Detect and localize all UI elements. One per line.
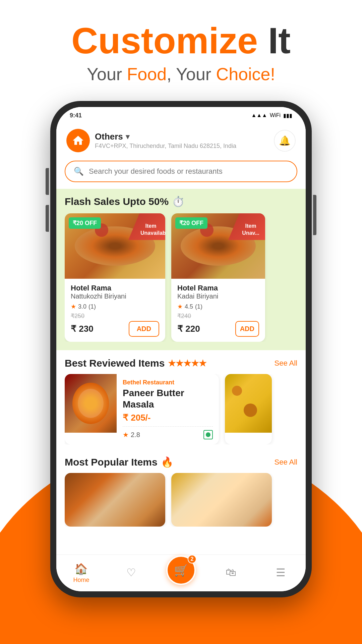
page-subtitle: Your Food, Your Choice! — [20, 64, 342, 84]
restaurant-name-1: Hotel Rama — [71, 284, 159, 292]
reviewed-rating: ★ 2.8 — [123, 430, 213, 439]
search-icon: 🔍 — [74, 167, 84, 176]
food-name-1: Nattukozhi Biriyani — [71, 292, 159, 300]
nav-menu[interactable]: ☰ — [256, 566, 306, 580]
cart-fab-icon: 🛒 — [174, 564, 188, 577]
notification-bell-button[interactable]: 🔔 — [274, 130, 296, 152]
flash-card-2-image: ₹20 OFF ItemUnav... — [171, 213, 265, 279]
add-button-2[interactable]: ADD — [235, 321, 259, 337]
fried-food-image — [225, 374, 272, 433]
title-it: It — [268, 20, 291, 61]
discount-badge-1: ₹20 OFF — [69, 217, 101, 229]
rating-row-1: ★ 3.0 (1) — [71, 303, 159, 310]
top-navigation: Others ▾ F4VC+RPX, Thiruchendur, Tamil N… — [56, 124, 306, 157]
home-nav-icon: 🏠 — [74, 562, 88, 575]
original-price-2: ₹240 — [177, 312, 259, 320]
pasta-image — [171, 473, 272, 527]
flash-card-1-image: ₹20 OFF ItemUnavailable — [65, 213, 165, 279]
reviewed-card-2[interactable] — [225, 374, 272, 444]
heart-nav-icon: ♡ — [126, 566, 136, 579]
flash-sales-title: Flash Sales Upto 50% ⏱️ — [65, 196, 297, 207]
popular-cards — [65, 473, 297, 527]
paneer-butter-masala-image — [65, 374, 117, 433]
reviewed-star-icon: ★ — [123, 431, 129, 439]
add-button-1[interactable]: ADD — [129, 321, 159, 337]
most-popular-section: Most Popular Items 🔥 See All — [56, 449, 306, 532]
nav-home[interactable]: 🏠 Home — [56, 562, 106, 584]
subtitle-choice: Choice! — [216, 64, 275, 84]
current-price-1: ₹ 230 — [71, 324, 94, 334]
volume-up-button — [46, 168, 49, 195]
wifi-icon: WiFi — [270, 112, 281, 118]
reviewed-restaurant-label: Bethel Restaurant — [123, 379, 213, 386]
reviewed-card-1[interactable]: Bethel Restaurant Paneer Butter Masala ₹… — [65, 374, 219, 444]
rating-text: ★ 2.8 — [123, 431, 140, 439]
house-icon — [72, 134, 84, 147]
location-address: F4VC+RPX, Thiruchendur, Tamil Nadu 62821… — [95, 143, 236, 150]
bag-nav-icon: 🛍 — [226, 566, 236, 579]
best-reviewed-header: Best Reviewed Items ★★★★★ See All — [65, 358, 297, 369]
veg-indicator — [203, 430, 213, 439]
card-divider — [123, 426, 213, 427]
best-reviewed-title: Best Reviewed Items ★★★★★ — [65, 358, 206, 369]
bell-icon: 🔔 — [279, 135, 291, 146]
food-name-2: Kadai Biriyani — [177, 292, 259, 300]
phone-screen: 9:41 ▲▲▲ WiFi ▮▮▮ — [56, 107, 306, 591]
timer-icon: ⏱️ — [172, 196, 184, 207]
flash-sales-cards: ₹20 OFF ItemUnavailable Hotel Rama Nattu… — [65, 213, 297, 342]
search-input[interactable] — [89, 167, 288, 176]
phone-frame: 9:41 ▲▲▲ WiFi ▮▮▮ — [50, 101, 312, 597]
original-price-1: ₹250 — [71, 312, 159, 320]
reviewed-rating-value: 2.8 — [131, 431, 140, 439]
discount-badge-2: ₹20 OFF — [175, 217, 207, 229]
reviewed-card-1-body: Bethel Restaurant Paneer Butter Masala ₹… — [117, 374, 219, 444]
popular-card-1[interactable] — [65, 473, 165, 527]
battery-icon: ▮▮▮ — [283, 112, 292, 119]
star-icon-1: ★ — [71, 303, 76, 310]
review-stars: ★★★★★ — [168, 358, 206, 369]
app-content: 9:41 ▲▲▲ WiFi ▮▮▮ — [56, 107, 306, 591]
brand-logo[interactable] — [66, 129, 90, 152]
cart-fab-button[interactable]: 🛒 2 — [166, 555, 196, 585]
best-reviewed-see-all[interactable]: See All — [275, 359, 298, 368]
flash-card-1-body: Hotel Rama Nattukozhi Biriyani ★ 3.0 (1)… — [65, 279, 165, 342]
most-popular-title: Most Popular Items 🔥 — [65, 456, 173, 468]
menu-nav-icon: ☰ — [276, 566, 286, 579]
page-header: Customize It Your Food, Your Choice! — [0, 0, 362, 94]
subtitle-prefix: Your — [87, 64, 127, 84]
nav-left: Others ▾ F4VC+RPX, Thiruchendur, Tamil N… — [66, 129, 236, 152]
phone-container: 9:41 ▲▲▲ WiFi ▮▮▮ — [0, 101, 362, 597]
nav-cart[interactable]: 🛒 2 — [156, 570, 206, 577]
time: 9:41 — [70, 112, 82, 119]
search-bar[interactable]: 🔍 — [65, 161, 297, 182]
location-name[interactable]: Others ▾ — [95, 131, 236, 142]
most-popular-header: Most Popular Items 🔥 See All — [65, 456, 297, 468]
home-nav-label: Home — [73, 577, 89, 584]
restaurant-name-2: Hotel Rama — [177, 284, 259, 292]
chevron-down-icon: ▾ — [126, 132, 129, 141]
reviewed-food-name: Paneer Butter Masala — [123, 387, 213, 410]
flash-sales-section: Flash Sales Upto 50% ⏱️ ₹20 OFF ItemUnav… — [56, 189, 306, 350]
cart-badge: 2 — [188, 555, 196, 564]
subtitle-food: Food — [127, 64, 167, 84]
roti-image — [65, 473, 165, 527]
flash-card-2-body: Hotel Rama Kadai Biriyani ★ 4.5 (1) ₹240… — [171, 279, 265, 342]
nav-favorites[interactable]: ♡ — [106, 566, 156, 580]
nav-orders[interactable]: 🛍 — [206, 566, 256, 580]
best-reviewed-section: Best Reviewed Items ★★★★★ See All B — [56, 350, 306, 449]
fire-icon: 🔥 — [161, 456, 173, 468]
price-row-2: ₹ 220 ADD — [177, 321, 259, 337]
veg-dot — [206, 432, 210, 437]
reviewed-food-price: ₹ 205/- — [123, 413, 213, 423]
flash-card-2[interactable]: ₹20 OFF ItemUnav... Hotel Rama Kadai Bir… — [171, 213, 265, 342]
popular-card-2[interactable] — [171, 473, 272, 527]
flash-card-1[interactable]: ₹20 OFF ItemUnavailable Hotel Rama Nattu… — [65, 213, 165, 342]
most-popular-see-all[interactable]: See All — [275, 458, 298, 467]
status-icons: ▲▲▲ WiFi ▮▮▮ — [251, 112, 293, 119]
power-button — [313, 195, 316, 235]
location-info[interactable]: Others ▾ F4VC+RPX, Thiruchendur, Tamil N… — [95, 131, 236, 150]
page-title: Customize It — [20, 20, 342, 61]
search-container: 🔍 — [56, 157, 306, 189]
bottom-navigation: 🏠 Home ♡ 🛒 2 🛍 — [56, 554, 306, 591]
reviewed-card-1-image — [65, 374, 117, 433]
